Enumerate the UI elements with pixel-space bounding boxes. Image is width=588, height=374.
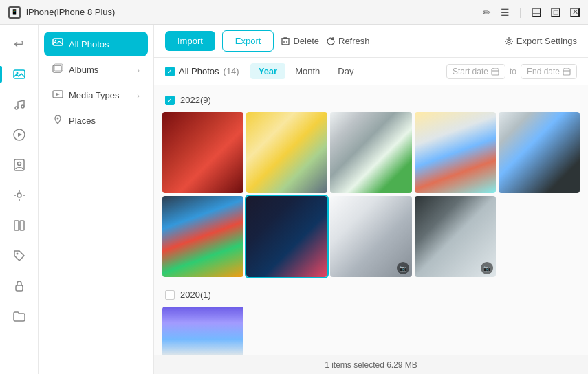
photo-thumb[interactable] <box>162 112 243 193</box>
filter-tabs: Year Month Day <box>250 63 362 79</box>
svg-point-23 <box>57 118 59 120</box>
filter-bar: ✓ All Photos (14) Year Month Day Start d… <box>154 58 588 85</box>
year-header-2020[interactable]: 2020(1) <box>162 285 580 304</box>
status-text: 1 items selected 6.29 MB <box>325 360 417 370</box>
sidebar-icon-tag[interactable] <box>6 242 33 270</box>
title-bar-controls: ✏ ☰ | — □ ✕ <box>483 6 580 19</box>
sidebar-icon-folder[interactable] <box>6 302 33 330</box>
nav-item-places[interactable]: Places <box>44 109 148 133</box>
year-group-2022: ✓ 2022(9) <box>162 91 580 280</box>
phone-icon: 📱 <box>8 6 21 19</box>
nav-all-photos-label: All Photos <box>69 39 109 50</box>
status-bar: 1 items selected 6.29 MB <box>154 355 588 374</box>
filter-count: (14) <box>224 66 239 76</box>
year-checkbox-2020[interactable] <box>165 290 175 300</box>
sidebar-icon-video[interactable] <box>6 121 33 148</box>
content-area: Import Export Delete Refresh Export Sett… <box>154 25 588 374</box>
nav-item-all-photos[interactable]: All Photos <box>44 32 148 56</box>
tab-year[interactable]: Year <box>250 63 285 79</box>
end-date-input[interactable]: End date <box>521 64 577 79</box>
import-button[interactable]: Import <box>165 31 215 51</box>
refresh-button[interactable]: Refresh <box>326 36 370 46</box>
year-header-2022[interactable]: ✓ 2022(9) <box>162 91 580 109</box>
photo-grid-2020 <box>162 304 580 355</box>
refresh-label: Refresh <box>338 36 370 46</box>
year-label-2020: 2020(1) <box>180 289 211 300</box>
media-types-icon <box>52 89 63 102</box>
nav-panel: All Photos Albums › Media Types › Places <box>39 25 154 374</box>
tab-month[interactable]: Month <box>287 63 328 79</box>
toolbar: Import Export Delete Refresh Export Sett… <box>154 25 588 58</box>
year-checkbox-2022[interactable]: ✓ <box>165 96 175 105</box>
svg-rect-32 <box>563 69 570 75</box>
end-date-placeholder: End date <box>527 67 560 76</box>
nav-item-albums[interactable]: Albums › <box>44 58 148 82</box>
photo-thumb[interactable] <box>162 196 243 277</box>
svg-point-27 <box>508 40 510 43</box>
date-to-label: to <box>510 67 516 76</box>
photo-thumb[interactable] <box>246 112 327 193</box>
svg-rect-17 <box>53 38 63 45</box>
svg-rect-16 <box>16 285 23 291</box>
svg-rect-13 <box>14 221 19 230</box>
nav-albums-label: Albums <box>69 65 98 75</box>
svg-point-3 <box>21 105 24 108</box>
svg-rect-24 <box>282 38 289 45</box>
export-button[interactable]: Export <box>222 30 274 52</box>
svg-rect-0 <box>14 70 25 78</box>
minimize-button[interactable]: — <box>532 8 541 17</box>
svg-point-15 <box>16 253 18 255</box>
albums-icon <box>52 63 63 76</box>
tab-day[interactable]: Day <box>329 63 362 79</box>
export-settings-label: Export Settings <box>516 36 577 46</box>
photo-badge: 📷 <box>397 262 409 274</box>
albums-arrow-icon: › <box>137 66 140 74</box>
photo-thumb[interactable] <box>330 112 411 193</box>
menu-icon[interactable]: ☰ <box>501 7 510 18</box>
sidebar-icon-books[interactable] <box>6 212 33 239</box>
photo-thumb[interactable] <box>499 112 580 193</box>
sidebar-icons: ↩ <box>0 25 39 374</box>
svg-point-7 <box>17 162 21 166</box>
photo-thumb[interactable] <box>162 307 243 355</box>
places-icon <box>52 114 63 127</box>
delete-button[interactable]: Delete <box>281 36 319 46</box>
filter-all-photos[interactable]: ✓ All Photos (14) <box>165 66 239 76</box>
export-settings-button[interactable]: Export Settings <box>504 36 577 46</box>
photo-thumb[interactable]: 📷 <box>330 196 411 277</box>
svg-marker-22 <box>56 93 60 96</box>
svg-point-18 <box>55 40 56 41</box>
media-types-arrow-icon: › <box>137 91 140 100</box>
window-title: iPhone(iPhone 8 Plus) <box>26 7 115 17</box>
start-date-placeholder: Start date <box>453 67 488 76</box>
photos-area: ✓ 2022(9) <box>154 85 588 355</box>
filter-all-photos-label: All Photos <box>179 66 219 76</box>
pencil-icon[interactable]: ✏ <box>483 7 491 18</box>
svg-marker-5 <box>18 133 22 137</box>
sidebar-icon-contacts[interactable] <box>6 151 33 179</box>
sidebar-icon-photos[interactable] <box>6 60 33 88</box>
nav-media-types-label: Media Types <box>69 90 119 100</box>
nav-item-media-types[interactable]: Media Types › <box>44 83 148 107</box>
maximize-button[interactable]: □ <box>551 8 560 17</box>
sidebar-icon-apps[interactable] <box>6 182 33 209</box>
title-bar-left: 📱 iPhone(iPhone 8 Plus) <box>8 6 115 19</box>
date-range: Start date to End date <box>446 64 577 79</box>
svg-rect-28 <box>492 69 499 75</box>
nav-places-label: Places <box>69 116 96 126</box>
svg-rect-14 <box>20 221 24 230</box>
start-date-input[interactable]: Start date <box>446 64 505 79</box>
photo-thumb[interactable] <box>415 112 496 193</box>
title-bar: 📱 iPhone(iPhone 8 Plus) ✏ ☰ | — □ ✕ <box>0 0 588 25</box>
sidebar-icon-back[interactable]: ↩ <box>6 30 33 58</box>
photo-thumb[interactable]: 📷 <box>415 196 496 277</box>
svg-point-2 <box>15 107 18 109</box>
photo-thumb[interactable] <box>246 196 327 277</box>
close-button[interactable]: ✕ <box>570 8 580 17</box>
year-group-2020: 2020(1) <box>162 285 580 355</box>
sidebar-icon-lock[interactable] <box>6 272 33 300</box>
all-photos-checkbox[interactable]: ✓ <box>165 67 175 76</box>
main-layout: ↩ A <box>0 25 588 374</box>
sidebar-icon-music[interactable] <box>6 91 33 118</box>
photo-grid-2022: 📷 📷 <box>162 109 580 280</box>
